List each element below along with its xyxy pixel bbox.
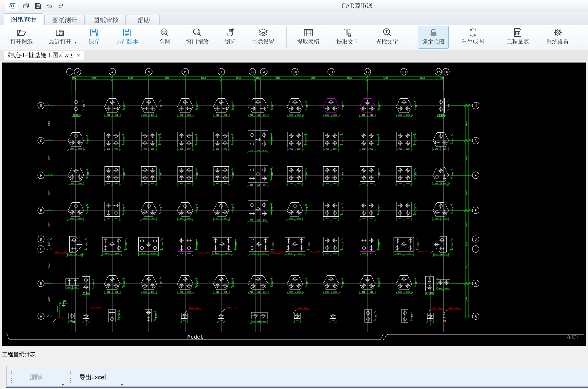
svg-text:900: 900 bbox=[325, 218, 329, 220]
svg-text:900: 900 bbox=[362, 253, 366, 255]
chevron-down-icon[interactable] bbox=[61, 383, 65, 386]
svg-text:825: 825 bbox=[448, 104, 450, 107]
chevron-down-icon[interactable] bbox=[120, 383, 124, 386]
pan-browse-button[interactable]: 浏览 bbox=[218, 26, 242, 49]
svg-text:900: 900 bbox=[289, 218, 293, 220]
svg-text:900: 900 bbox=[151, 148, 154, 150]
zoom-window-button[interactable]: 窗口缩放 bbox=[182, 26, 213, 49]
panel-title: 工程量统计表 bbox=[2, 351, 36, 358]
close-icon[interactable]: × bbox=[77, 53, 80, 58]
zoom-extents-button[interactable]: 全图 bbox=[152, 26, 177, 49]
ribbon-button-label: 窗口缩放 bbox=[186, 39, 209, 46]
svg-text:900: 900 bbox=[435, 183, 438, 185]
svg-text:904: 904 bbox=[87, 172, 89, 175]
svg-text:900: 900 bbox=[223, 183, 227, 185]
svg-text:900: 900 bbox=[72, 77, 76, 80]
svg-text:904: 904 bbox=[233, 280, 235, 284]
svg-text:D: D bbox=[40, 238, 42, 242]
document-tab[interactable]: 结施-1#桩基施工图.dwg × bbox=[4, 51, 84, 60]
lock-base-drawing-button[interactable]: 锁定底图 bbox=[418, 26, 449, 49]
quantity-table-button[interactable]: 工程量表 bbox=[502, 26, 533, 49]
tab-drawing-measure[interactable]: 图纸测量 bbox=[44, 15, 85, 25]
svg-text:9000: 9000 bbox=[201, 77, 206, 80]
save-as-version-button[interactable]: 另存版本 bbox=[112, 26, 142, 49]
svg-text:900: 900 bbox=[187, 291, 191, 294]
svg-text:300: 300 bbox=[263, 321, 266, 323]
svg-text:8: 8 bbox=[251, 70, 254, 74]
svg-text:1400: 1400 bbox=[257, 321, 262, 323]
svg-text:900: 900 bbox=[70, 183, 74, 185]
svg-text:700: 700 bbox=[331, 320, 334, 322]
open-drawing-button[interactable]: 打开图纸 bbox=[6, 26, 37, 49]
svg-text:900: 900 bbox=[78, 148, 82, 150]
open-file-icon[interactable] bbox=[23, 3, 29, 9]
tab-drawing-review[interactable]: 图纸审核 bbox=[86, 15, 126, 25]
tab-help[interactable]: 帮助 bbox=[127, 15, 160, 25]
svg-text:904: 904 bbox=[272, 103, 274, 107]
svg-text:900: 900 bbox=[435, 218, 438, 220]
extract-table-button[interactable]: 提取表格 bbox=[293, 26, 323, 49]
svg-text:1500: 1500 bbox=[141, 253, 146, 255]
delete-button[interactable]: 删除 bbox=[30, 371, 42, 383]
system-settings-button[interactable]: 系统设置 bbox=[542, 26, 573, 49]
boq-table-icon bbox=[513, 27, 523, 38]
visibility-settings-button[interactable]: 显隐设置 bbox=[248, 26, 278, 49]
regenerate-drawing-button[interactable]: 重生成图 bbox=[457, 26, 488, 49]
svg-text:900: 900 bbox=[325, 253, 329, 255]
lock-icon bbox=[428, 28, 438, 38]
layout1-tab[interactable] bbox=[385, 334, 584, 340]
find-text-button[interactable]: 查找文字 bbox=[372, 26, 402, 49]
svg-text:700: 700 bbox=[295, 320, 299, 322]
save-file-icon[interactable] bbox=[35, 3, 41, 9]
svg-text:1: 1 bbox=[68, 70, 71, 74]
recent-open-button[interactable]: 最近打开▼ bbox=[45, 26, 76, 49]
ribbon-separator bbox=[286, 26, 287, 48]
svg-text:B: B bbox=[40, 282, 42, 286]
svg-text:700: 700 bbox=[62, 300, 66, 303]
svg-text:1175: 1175 bbox=[415, 207, 417, 212]
svg-text:900: 900 bbox=[187, 114, 191, 117]
model-space-tab[interactable] bbox=[9, 334, 381, 340]
extract-text-button[interactable]: 提取文字 bbox=[332, 26, 363, 49]
drag-handle[interactable] bbox=[11, 371, 12, 383]
svg-text:900: 900 bbox=[430, 292, 433, 295]
logo-subtext: cad bbox=[11, 8, 14, 10]
document-tab-label: 结施-1#桩基施工图.dwg bbox=[8, 52, 73, 59]
svg-text:900: 900 bbox=[443, 148, 446, 150]
svg-text:904: 904 bbox=[452, 137, 454, 141]
ribbon-button-label: 锁定底图 bbox=[422, 39, 444, 46]
svg-text:900: 900 bbox=[143, 148, 147, 150]
save-button[interactable]: 保存 bbox=[82, 26, 106, 49]
svg-text:H: H bbox=[475, 104, 477, 108]
svg-text:900: 900 bbox=[369, 183, 373, 185]
svg-text:900: 900 bbox=[143, 183, 147, 185]
svg-text:5: 5 bbox=[148, 70, 150, 74]
redo-icon[interactable] bbox=[58, 3, 65, 9]
svg-text:75: 75 bbox=[426, 292, 429, 295]
cad-canvas[interactable]: 1245678910111213151690090009000900090008… bbox=[2, 62, 586, 346]
svg-text:900: 900 bbox=[333, 148, 336, 150]
svg-text:9200: 9200 bbox=[466, 263, 468, 268]
svg-text:13: 13 bbox=[402, 70, 406, 74]
svg-text:C: C bbox=[40, 247, 42, 251]
tab-drawing-view[interactable]: 图纸查看 bbox=[4, 13, 43, 25]
svg-text:650: 650 bbox=[250, 184, 253, 186]
undo-icon[interactable] bbox=[46, 3, 53, 9]
svg-text:900: 900 bbox=[151, 291, 154, 294]
export-excel-button[interactable]: 导出Excel bbox=[79, 371, 106, 383]
folder-recent-icon bbox=[55, 27, 65, 38]
svg-text:904: 904 bbox=[160, 207, 162, 210]
save-blue-icon bbox=[89, 27, 99, 38]
svg-text:900: 900 bbox=[333, 253, 336, 255]
ribbon-button-label: 提取文字 bbox=[336, 39, 359, 46]
ribbon-button-label: 打开图纸 bbox=[10, 39, 33, 46]
svg-text:900: 900 bbox=[187, 148, 190, 150]
svg-text:900: 900 bbox=[151, 183, 154, 185]
svg-text:850: 850 bbox=[263, 150, 266, 152]
svg-text:900: 900 bbox=[114, 148, 118, 150]
svg-text:900: 900 bbox=[180, 148, 183, 150]
drag-handle[interactable] bbox=[70, 371, 71, 383]
ribbon-separator bbox=[411, 26, 411, 48]
svg-text:1175: 1175 bbox=[160, 137, 162, 142]
ribbon-button-label: 查找文字 bbox=[376, 39, 398, 46]
